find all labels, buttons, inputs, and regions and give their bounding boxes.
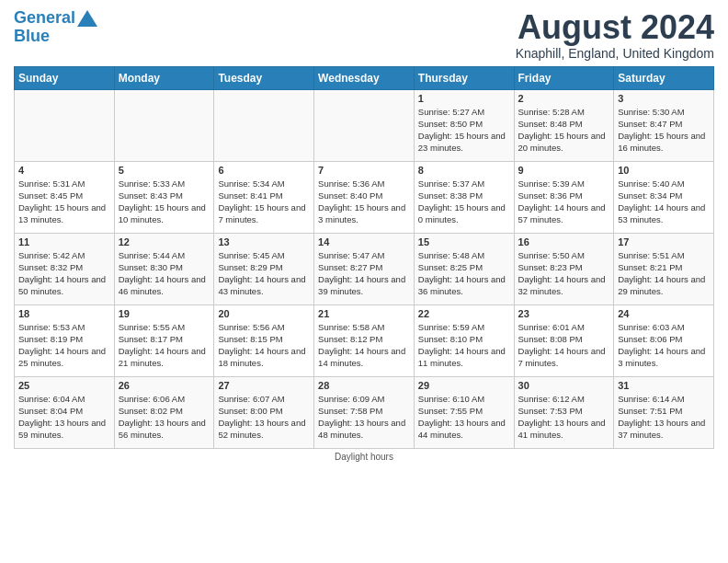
daylight-info: Daylight: 14 hours and 3 minutes. (618, 346, 705, 368)
sunrise-label: Sunrise: 5:37 AM (418, 178, 484, 189)
day-number: 24 (618, 308, 710, 319)
day-info: Sunrise: 5:51 AM Sunset: 8:21 PM Dayligh… (618, 249, 710, 298)
day-info: Sunrise: 5:55 AM Sunset: 8:17 PM Dayligh… (119, 321, 210, 370)
sunset-label: Sunset: 8:15 PM (218, 334, 282, 344)
day-info: Sunrise: 6:12 AM Sunset: 7:53 PM Dayligh… (518, 393, 610, 442)
sunset-label: Sunset: 7:53 PM (518, 406, 583, 416)
sunset-label: Sunset: 8:19 PM (18, 334, 83, 344)
day-number: 12 (119, 236, 210, 247)
day-info: Sunrise: 5:30 AM Sunset: 8:47 PM Dayligh… (618, 106, 710, 155)
day-info: Sunrise: 5:47 AM Sunset: 8:27 PM Dayligh… (318, 249, 410, 298)
daylight-info: Daylight: 14 hours and 53 minutes. (618, 202, 705, 224)
daylight-info: Daylight: 14 hours and 29 minutes. (618, 274, 705, 296)
day-number: 15 (418, 236, 510, 247)
calendar-cell: 21 Sunrise: 5:58 AM Sunset: 8:12 PM Dayl… (314, 304, 415, 376)
sunrise-label: Sunrise: 6:10 AM (418, 394, 484, 404)
daylight-info: Daylight: 13 hours and 59 minutes. (18, 418, 106, 440)
day-info: Sunrise: 5:53 AM Sunset: 8:19 PM Dayligh… (18, 321, 110, 370)
daylight-info: Daylight: 14 hours and 39 minutes. (318, 274, 405, 296)
sunset-label: Sunset: 8:23 PM (518, 262, 583, 272)
sunset-label: Sunset: 8:40 PM (318, 190, 382, 201)
calendar-cell: 27 Sunrise: 6:07 AM Sunset: 8:00 PM Dayl… (214, 376, 314, 448)
calendar-cell: 18 Sunrise: 5:53 AM Sunset: 8:19 PM Dayl… (15, 304, 115, 376)
sunset-label: Sunset: 8:00 PM (218, 406, 282, 416)
day-info: Sunrise: 5:34 AM Sunset: 8:41 PM Dayligh… (218, 178, 310, 226)
daylight-info: Daylight: 14 hours and 36 minutes. (418, 274, 506, 296)
col-friday: Friday (514, 66, 614, 89)
calendar-cell: 31 Sunrise: 6:14 AM Sunset: 7:51 PM Dayl… (614, 376, 714, 448)
daylight-info: Daylight: 13 hours and 52 minutes. (218, 418, 305, 440)
day-info: Sunrise: 6:04 AM Sunset: 8:04 PM Dayligh… (18, 393, 110, 442)
location: Knaphill, England, United Kingdom (516, 46, 714, 61)
day-number: 30 (518, 380, 610, 391)
sunrise-label: Sunrise: 6:04 AM (18, 394, 85, 404)
daylight-info: Daylight: 15 hours and 20 minutes. (518, 131, 606, 153)
calendar-cell: 6 Sunrise: 5:34 AM Sunset: 8:41 PM Dayli… (214, 161, 314, 233)
day-info: Sunrise: 5:42 AM Sunset: 8:32 PM Dayligh… (18, 249, 110, 298)
day-info: Sunrise: 5:59 AM Sunset: 8:10 PM Dayligh… (418, 321, 510, 370)
sunset-label: Sunset: 7:51 PM (618, 406, 682, 416)
calendar-week-2: 11 Sunrise: 5:42 AM Sunset: 8:32 PM Dayl… (15, 233, 714, 304)
sunset-label: Sunset: 8:43 PM (119, 190, 183, 201)
calendar-cell (114, 89, 214, 161)
daylight-info: Daylight: 14 hours and 46 minutes. (119, 274, 206, 296)
day-number: 20 (218, 308, 310, 319)
day-number: 19 (119, 308, 210, 319)
day-info: Sunrise: 5:27 AM Sunset: 8:50 PM Dayligh… (418, 106, 510, 155)
day-info: Sunrise: 5:50 AM Sunset: 8:23 PM Dayligh… (518, 249, 610, 298)
sunrise-label: Sunrise: 5:59 AM (418, 322, 484, 332)
day-number: 9 (518, 165, 610, 176)
calendar-cell: 8 Sunrise: 5:37 AM Sunset: 8:38 PM Dayli… (414, 161, 514, 233)
calendar-cell (15, 89, 115, 161)
day-info: Sunrise: 5:58 AM Sunset: 8:12 PM Dayligh… (318, 321, 410, 370)
daylight-info: Daylight: 14 hours and 7 minutes. (518, 346, 606, 368)
calendar-cell: 5 Sunrise: 5:33 AM Sunset: 8:43 PM Dayli… (114, 161, 214, 233)
calendar-week-1: 4 Sunrise: 5:31 AM Sunset: 8:45 PM Dayli… (15, 161, 714, 233)
sunset-label: Sunset: 8:25 PM (418, 262, 483, 272)
day-number: 8 (418, 165, 510, 176)
sunset-label: Sunset: 8:21 PM (618, 262, 682, 272)
day-number: 2 (518, 93, 610, 104)
day-info: Sunrise: 5:48 AM Sunset: 8:25 PM Dayligh… (418, 249, 510, 298)
sunrise-label: Sunrise: 6:03 AM (618, 322, 684, 332)
sunrise-label: Sunrise: 5:36 AM (318, 178, 384, 189)
sunset-label: Sunset: 8:02 PM (119, 406, 183, 416)
day-info: Sunrise: 5:39 AM Sunset: 8:36 PM Dayligh… (518, 178, 610, 226)
sunrise-label: Sunrise: 5:40 AM (618, 178, 684, 189)
col-tuesday: Tuesday (214, 66, 314, 89)
header-row: Sunday Monday Tuesday Wednesday Thursday… (15, 66, 714, 89)
daylight-info: Daylight: 14 hours and 32 minutes. (518, 274, 606, 296)
day-info: Sunrise: 6:10 AM Sunset: 7:55 PM Dayligh… (418, 393, 510, 442)
sunset-label: Sunset: 8:12 PM (318, 334, 382, 344)
sunset-label: Sunset: 8:36 PM (518, 190, 583, 201)
footer-note: Daylight hours (14, 452, 714, 462)
day-info: Sunrise: 5:45 AM Sunset: 8:29 PM Dayligh… (218, 249, 310, 298)
day-number: 1 (418, 93, 510, 104)
col-wednesday: Wednesday (314, 66, 415, 89)
sunrise-label: Sunrise: 5:34 AM (218, 178, 284, 189)
sunset-label: Sunset: 8:10 PM (418, 334, 483, 344)
sunset-label: Sunset: 8:30 PM (119, 262, 183, 272)
day-number: 6 (218, 165, 310, 176)
day-info: Sunrise: 5:37 AM Sunset: 8:38 PM Dayligh… (418, 178, 510, 226)
sunset-label: Sunset: 8:29 PM (218, 262, 282, 272)
sunrise-label: Sunrise: 5:30 AM (618, 107, 684, 117)
calendar-cell: 29 Sunrise: 6:10 AM Sunset: 7:55 PM Dayl… (414, 376, 514, 448)
logo-text: General (14, 9, 75, 28)
daylight-info: Daylight: 15 hours and 0 minutes. (418, 202, 506, 224)
daylight-info: Daylight: 15 hours and 10 minutes. (119, 202, 206, 224)
sunset-label: Sunset: 8:47 PM (618, 119, 682, 129)
day-info: Sunrise: 5:56 AM Sunset: 8:15 PM Dayligh… (218, 321, 310, 370)
sunset-label: Sunset: 8:34 PM (618, 190, 682, 201)
day-number: 11 (18, 236, 110, 247)
day-info: Sunrise: 5:28 AM Sunset: 8:48 PM Dayligh… (518, 106, 610, 155)
month-title: August 2024 (516, 9, 714, 46)
calendar-cell: 10 Sunrise: 5:40 AM Sunset: 8:34 PM Dayl… (614, 161, 714, 233)
day-info: Sunrise: 6:03 AM Sunset: 8:06 PM Dayligh… (618, 321, 710, 370)
day-number: 27 (218, 380, 310, 391)
calendar-table: Sunday Monday Tuesday Wednesday Thursday… (14, 66, 714, 449)
sunset-label: Sunset: 8:08 PM (518, 334, 583, 344)
day-number: 14 (318, 236, 410, 247)
day-info: Sunrise: 5:33 AM Sunset: 8:43 PM Dayligh… (119, 178, 210, 226)
sunrise-label: Sunrise: 6:12 AM (518, 394, 585, 404)
